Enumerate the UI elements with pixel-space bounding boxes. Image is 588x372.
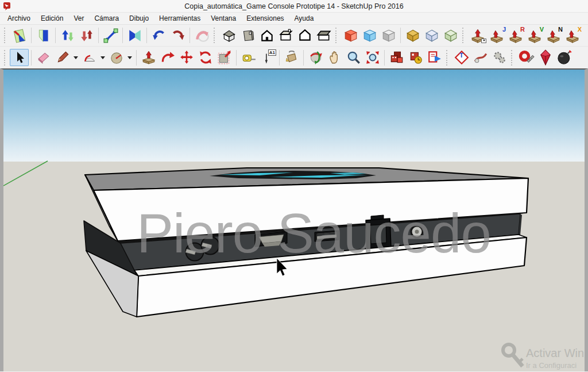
red-gem-icon: [537, 49, 554, 66]
toolbar-grip[interactable]: [511, 50, 514, 66]
plugin-bomb-icon[interactable]: [555, 49, 574, 66]
plugin-scale-icon[interactable]: [10, 27, 29, 44]
zoom-tool[interactable]: [344, 49, 363, 66]
view-top-shed-glyph: [278, 28, 293, 43]
zoom-extents-tool[interactable]: [363, 49, 382, 66]
menu-dibujo[interactable]: Dibujo: [124, 13, 154, 24]
style-red-cube-icon[interactable]: [341, 27, 360, 44]
view-front-icon[interactable]: [257, 27, 276, 44]
toolbar-grip[interactable]: [4, 28, 7, 43]
rotate-tool[interactable]: [196, 49, 215, 66]
style-blue-cube-icon[interactable]: [360, 27, 379, 44]
view-iso-icon[interactable]: [219, 27, 238, 44]
undo-curved-icon[interactable]: [149, 27, 168, 44]
followme-icon: [160, 50, 175, 65]
menu-herramientas[interactable]: Herramientas: [154, 13, 206, 24]
circle-tool[interactable]: [107, 49, 126, 66]
flip-icon[interactable]: [125, 27, 144, 44]
viewport-canvas[interactable]: Piero Saucedo Activar Win Ir a Configura…: [3, 70, 585, 371]
orbit-tool[interactable]: [306, 49, 325, 66]
separator: [31, 28, 32, 43]
menu-ventana[interactable]: Ventana: [206, 13, 241, 24]
paint-bucket-tool[interactable]: [282, 49, 301, 66]
separator: [136, 50, 137, 66]
text-tool[interactable]: A1: [258, 49, 277, 66]
tape-measure-tool[interactable]: [239, 49, 258, 66]
orbit-icon: [308, 50, 323, 65]
zoom-extents-icon: [365, 50, 380, 65]
jointpushpull-v-icon[interactable]: V: [525, 27, 544, 44]
t-plugin-glyph: T: [452, 52, 471, 59]
box-gold-glyph: [405, 28, 420, 43]
export-arrow-icon: [427, 50, 442, 65]
box-green-icon[interactable]: [441, 27, 460, 44]
bomb-icon: [556, 49, 572, 66]
jpp-letter-r: R: [520, 26, 525, 33]
pushpull-tool[interactable]: [139, 49, 158, 66]
box-gold-icon[interactable]: [403, 27, 422, 44]
jointpushpull-j-icon[interactable]: J: [487, 27, 506, 44]
jointpushpull-main-icon[interactable]: [468, 27, 487, 44]
tape-measure-icon: [241, 50, 256, 65]
activation-line2[interactable]: Ir a Configuraci: [526, 361, 577, 370]
scale-tool[interactable]: [215, 49, 234, 66]
plugin-keyring-icon[interactable]: [517, 49, 536, 66]
arrows-blue-icon[interactable]: [58, 27, 77, 44]
plugin-wrench-icon[interactable]: [471, 49, 490, 66]
sky: [3, 70, 585, 162]
arrows-red-icon[interactable]: [77, 27, 96, 44]
move-tool[interactable]: [177, 49, 196, 66]
jpp-letter-v: V: [540, 26, 544, 33]
eraser-tool[interactable]: [34, 49, 53, 66]
menu-archivo[interactable]: Archivo: [2, 13, 36, 24]
get-models-icon[interactable]: [387, 49, 406, 66]
separator: [236, 50, 237, 66]
jointpushpull-glyph: [489, 28, 504, 43]
menu-ayuda[interactable]: Ayuda: [289, 13, 319, 24]
toolbar-grip[interactable]: [335, 28, 339, 43]
menu-edicion[interactable]: Edición: [36, 13, 68, 24]
arc-tool[interactable]: [80, 49, 99, 66]
menu-camara[interactable]: Cámara: [89, 13, 124, 24]
followme-tool[interactable]: [158, 49, 177, 66]
jointpushpull-x-icon[interactable]: X: [563, 27, 582, 44]
jointpushpull-n-icon[interactable]: N: [544, 27, 563, 44]
toolbar-grip[interactable]: [462, 28, 466, 43]
jointpushpull-r-icon[interactable]: R: [506, 27, 525, 44]
plugin-gears-icon[interactable]: [490, 49, 509, 66]
view-front2-icon[interactable]: [295, 27, 314, 44]
offset-protractor-icon[interactable]: [192, 27, 211, 44]
separator: [303, 50, 304, 66]
pan-tool[interactable]: [325, 49, 344, 66]
arc-tool-caret[interactable]: [100, 56, 105, 59]
plugin-t-icon[interactable]: T: [452, 49, 471, 66]
share-model-icon[interactable]: [406, 49, 425, 66]
diagonal-resize-icon[interactable]: [101, 27, 120, 44]
toolbar-grip[interactable]: [446, 50, 450, 66]
menu-extensiones[interactable]: Extensiones: [241, 13, 289, 24]
jointpushpull-dropdown[interactable]: [481, 39, 486, 43]
redo-curved-icon[interactable]: [168, 27, 187, 44]
box-blue-icon[interactable]: [422, 27, 441, 44]
select-tool[interactable]: [10, 49, 29, 66]
line-tool-caret[interactable]: [74, 56, 78, 59]
view-back-shed-icon[interactable]: [314, 27, 333, 44]
arrows-blue-glyph: [60, 28, 75, 43]
toolbar-grip[interactable]: [4, 50, 7, 66]
gears-icon: [492, 50, 507, 65]
separator: [98, 28, 99, 43]
warehouse-models-icon: [389, 50, 404, 65]
toolbar-grip[interactable]: [214, 28, 217, 43]
pencil-icon: [55, 50, 70, 65]
line-tool[interactable]: [53, 49, 72, 66]
style-gray-cube-icon[interactable]: [379, 27, 398, 44]
wrench-curve-icon: [473, 50, 488, 65]
export-model-icon[interactable]: [425, 49, 444, 66]
circle-tool-caret[interactable]: [127, 56, 132, 59]
view-top-shed-icon[interactable]: [276, 27, 295, 44]
menu-ver[interactable]: Ver: [68, 13, 89, 24]
plugin-panel-icon[interactable]: [34, 27, 53, 44]
pan-hand-icon: [327, 50, 342, 65]
plugin-gem-icon[interactable]: [536, 49, 555, 66]
view-back-box-icon[interactable]: [238, 27, 257, 44]
